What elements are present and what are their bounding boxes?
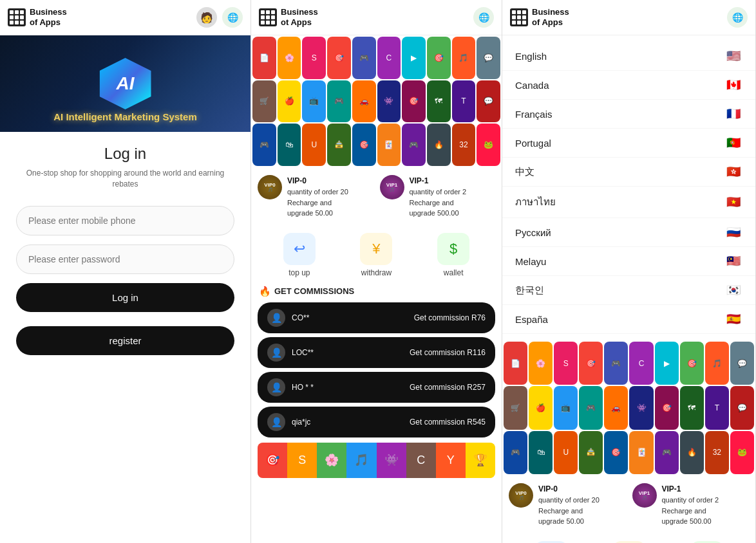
strip-cell-4[interactable]: 👾 (377, 443, 406, 478)
app-cell-1[interactable]: 🌸 (529, 342, 553, 385)
strip-cell-3[interactable]: 🎵 (346, 443, 376, 478)
app-cell-25[interactable]: 🃏 (629, 431, 653, 474)
logo-grid-icon-lang (510, 8, 528, 26)
app-cell-11[interactable]: 🍎 (529, 386, 553, 429)
app-cell-6[interactable]: ▶ (655, 342, 679, 385)
translate-icon-main[interactable]: 🌐 (473, 7, 494, 28)
app-cell-5[interactable]: C (629, 342, 653, 385)
app-cell-29[interactable]: 🐸 (477, 124, 500, 166)
app-cell-9[interactable]: 💬 (477, 37, 500, 79)
app-cell-26[interactable]: 🎮 (402, 124, 426, 166)
app-cell-28[interactable]: 32 (705, 431, 729, 474)
app-cell-12[interactable]: 📺 (554, 386, 578, 429)
app-cell-17[interactable]: 🗺 (427, 80, 451, 123)
app-cell-21[interactable]: 🛍 (529, 431, 553, 474)
app-cell-8[interactable]: 🎵 (452, 37, 476, 79)
app-cell-18[interactable]: T (705, 386, 729, 429)
app-cell-19[interactable]: 💬 (730, 386, 754, 429)
app-cell-5[interactable]: C (377, 37, 401, 79)
strip-cell-0[interactable]: 🎯 (258, 443, 287, 478)
app-cell-3[interactable]: 🎯 (579, 342, 603, 385)
translate-icon[interactable]: 🌐 (222, 7, 243, 28)
app-cell-8[interactable]: 🎵 (705, 342, 729, 385)
logo-text-lang: Business of Apps (532, 7, 569, 27)
lang-thai[interactable]: ภาษาไทย 🇻🇳 (502, 187, 755, 218)
app-cell-16[interactable]: 🎯 (402, 80, 426, 123)
app-cell-10[interactable]: 🛒 (252, 80, 276, 123)
app-cell-22[interactable]: U (554, 431, 578, 474)
lang-malay[interactable]: Melayu 🇲🇾 (502, 247, 755, 276)
app-cell-21[interactable]: 🛍 (278, 124, 301, 166)
app-cell-1[interactable]: 🌸 (278, 37, 301, 79)
lang-korean[interactable]: 한국인 🇰🇷 (502, 276, 755, 305)
lang-russian[interactable]: Русский 🇷🇺 (502, 218, 755, 247)
app-cell-0[interactable]: 📄 (252, 37, 276, 79)
app-cell-15[interactable]: 👾 (629, 386, 653, 429)
login-button[interactable]: Log in (16, 283, 234, 312)
flag-kr: 🇰🇷 (724, 284, 742, 297)
register-button[interactable]: register (16, 326, 234, 355)
app-cell-7[interactable]: 🎯 (427, 37, 451, 79)
app-cell-10[interactable]: 🛒 (504, 386, 527, 429)
topup-button[interactable]: ↩ top up (283, 233, 316, 277)
app-cell-7[interactable]: 🎯 (680, 342, 704, 385)
app-cell-17[interactable]: 🗺 (680, 386, 704, 429)
user-avatar-icon[interactable]: 🧑 (196, 7, 217, 28)
app-cell-29[interactable]: 🐸 (730, 431, 754, 474)
strip-cell-2[interactable]: 🌸 (317, 443, 346, 478)
app-cell-27[interactable]: 🔥 (427, 124, 451, 166)
app-cell-14[interactable]: 🚗 (352, 80, 376, 123)
wallet-button[interactable]: $ wallet (437, 233, 469, 277)
strip-cell-7[interactable]: 🏆 (466, 443, 495, 478)
phone-input[interactable] (16, 206, 234, 235)
topup-button-lang[interactable]: ↩ top up (535, 541, 567, 544)
app-cell-15[interactable]: 👾 (377, 80, 401, 123)
app-cell-18[interactable]: T (452, 80, 476, 123)
lang-chinese[interactable]: 中文 🇭🇰 (502, 158, 755, 187)
app-cell-4[interactable]: 🎮 (352, 37, 376, 79)
app-cell-26[interactable]: 🎮 (655, 431, 679, 474)
flag-vn: 🇻🇳 (724, 196, 742, 208)
vip0-badge-lang: VIP0 🎵 (509, 483, 533, 508)
lang-spanish[interactable]: España 🇪🇸 (502, 305, 755, 334)
flag-ca: 🇨🇦 (724, 78, 742, 91)
app-cell-27[interactable]: 🔥 (680, 431, 704, 474)
app-cell-14[interactable]: 🚗 (604, 386, 628, 429)
lang-english[interactable]: English 🇺🇸 (502, 42, 755, 71)
app-cell-22[interactable]: U (302, 124, 326, 166)
main-scroll[interactable]: 📄🌸S🎯🎮C▶🎯🎵💬🛒🍎📺🎮🚗👾🎯🗺T💬🎮🛍U🚖🎯🃏🎮🔥32🐸 VIP0 🎵 V… (251, 35, 502, 543)
app-cell-28[interactable]: 32 (452, 124, 476, 166)
app-cell-25[interactable]: 🃏 (377, 124, 401, 166)
app-cell-4[interactable]: 🎮 (604, 342, 628, 385)
lang-canada[interactable]: Canada 🇨🇦 (502, 71, 755, 100)
app-cell-19[interactable]: 💬 (477, 80, 500, 123)
withdraw-button[interactable]: ¥ withdraw (360, 233, 392, 277)
app-cell-2[interactable]: S (302, 37, 326, 79)
app-cell-2[interactable]: S (554, 342, 578, 385)
vip1-badge-lang: VIP1 🎵 (632, 483, 657, 508)
translate-icon-lang[interactable]: 🌐 (727, 7, 748, 28)
app-cell-6[interactable]: ▶ (402, 37, 426, 79)
app-cell-13[interactable]: 🎮 (327, 80, 351, 123)
app-cell-11[interactable]: 🍎 (278, 80, 301, 123)
app-cell-23[interactable]: 🚖 (327, 124, 351, 166)
strip-cell-5[interactable]: C (406, 443, 436, 478)
wallet-button-lang[interactable]: $ wallet (691, 541, 723, 544)
app-cell-16[interactable]: 🎯 (655, 386, 679, 429)
app-cell-20[interactable]: 🎮 (504, 431, 527, 474)
app-cell-24[interactable]: 🎯 (352, 124, 376, 166)
lang-portugal[interactable]: Portugal 🇵🇹 (502, 129, 755, 158)
app-cell-20[interactable]: 🎮 (252, 124, 276, 166)
withdraw-button-lang[interactable]: ¥ withdraw (613, 541, 645, 544)
strip-cell-1[interactable]: S (287, 443, 317, 478)
app-cell-12[interactable]: 📺 (302, 80, 326, 123)
app-cell-0[interactable]: 📄 (504, 342, 527, 385)
app-cell-13[interactable]: 🎮 (579, 386, 603, 429)
lang-french[interactable]: Français 🇫🇷 (502, 100, 755, 129)
app-cell-23[interactable]: 🚖 (579, 431, 603, 474)
app-cell-3[interactable]: 🎯 (327, 37, 351, 79)
strip-cell-6[interactable]: Y (436, 443, 466, 478)
app-cell-9[interactable]: 💬 (730, 342, 754, 385)
app-cell-24[interactable]: 🎯 (604, 431, 628, 474)
password-input[interactable] (16, 244, 234, 274)
